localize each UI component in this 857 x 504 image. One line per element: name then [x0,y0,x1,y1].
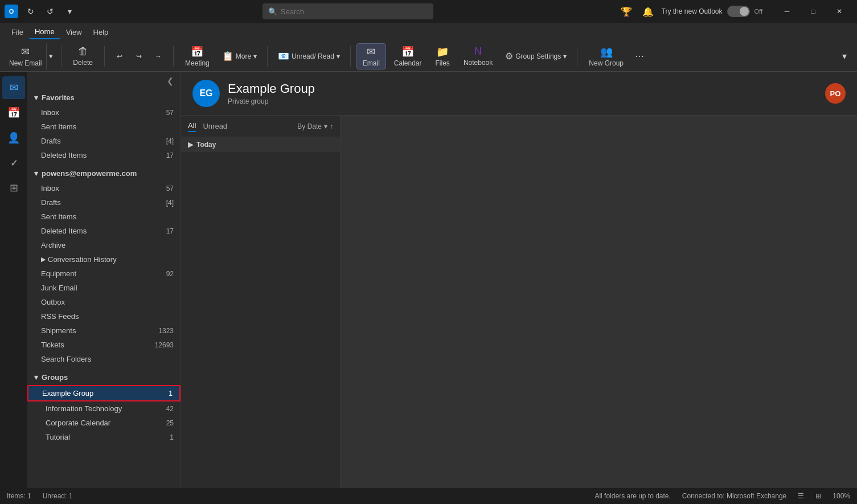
fav-inbox[interactable]: Inbox 57 [27,105,181,120]
group-tutorial[interactable]: Tutorial 1 [27,430,181,444]
notebook-label: Notebook [464,59,493,67]
minimize-button[interactable]: ─ [774,0,800,23]
try-new-outlook: Try the new Outlook Off [662,6,762,17]
groups-label: Groups [42,373,68,382]
nav-tasks[interactable]: ✓ [2,151,25,174]
zoom-level: 100% [833,492,850,500]
acct-conv-history[interactable]: ▶ Conversation History [27,252,181,267]
redo-icon: ↪ [136,52,142,60]
group-corp-cal-name: Corporate Calendar [46,419,164,427]
rewards-icon[interactable]: 🏆 [618,3,634,19]
filter-unread[interactable]: Unread [203,121,227,132]
fav-deleted[interactable]: Deleted Items 17 [27,148,181,162]
view-toggle-2[interactable]: ⊞ [815,492,821,500]
acct-equipment[interactable]: Equipment 92 [27,267,181,281]
group-tutorial-name: Tutorial [46,433,167,441]
collapse-pane-button[interactable]: ❮ [165,75,176,87]
window-controls: ─ □ ✕ [774,0,852,23]
forward-ribbon-btn[interactable]: → [149,43,167,69]
acct-shipments[interactable]: Shipments 1323 [27,323,181,338]
favorites-section[interactable]: ▾ Favorites [27,90,181,105]
menu-help[interactable]: Help [88,26,114,39]
quick-access-button[interactable]: ▾ [61,3,77,19]
unread-icon: 📧 [278,51,289,62]
acct-search-folders[interactable]: Search Folders [27,352,181,366]
group-settings-button[interactable]: ⚙ Group Settings ▾ [501,43,571,69]
new-outlook-toggle[interactable] [727,6,750,17]
ribbon-more-button[interactable]: ⋯ [632,43,647,69]
acct-archive-name: Archive [41,241,171,249]
sort-direction: ↑ [330,122,333,130]
acct-outbox-name: Outbox [41,298,174,306]
nav-people[interactable]: 👤 [2,126,25,149]
undo-ribbon-btn[interactable]: ↩ [110,43,129,69]
notebook-button[interactable]: N Notebook [458,43,498,69]
unread-read-button[interactable]: 📧 Unread/ Read ▾ [273,43,345,69]
group-tutorial-badge: 1 [170,433,174,441]
maximize-button[interactable]: □ [800,0,826,23]
nav-calendar[interactable]: 📅 [2,101,25,124]
filter-all[interactable]: All [188,120,196,132]
view-toggle-1[interactable]: ☰ [798,492,804,500]
fav-sent[interactable]: Sent Items [27,120,181,134]
account-section[interactable]: ▾ powens@empowerme.com [27,166,181,181]
fav-drafts-badge: [4] [166,137,174,145]
menu-file[interactable]: File [6,26,29,39]
groups-section[interactable]: ▾ Groups [27,370,181,385]
undo-button[interactable]: ↺ [42,3,58,19]
close-button[interactable]: ✕ [826,0,852,23]
files-button[interactable]: 📁 Files [430,43,456,69]
search-input[interactable] [281,7,428,16]
redo-ribbon-btn[interactable]: ↪ [130,43,148,69]
account-label: powens@empowerme.com [42,169,137,178]
acct-outbox[interactable]: Outbox [27,295,181,309]
refresh-button[interactable]: ↻ [23,3,39,19]
sync-status: All folders are up to date. [594,492,670,500]
msg-group-today[interactable]: ▶ Today [181,137,340,152]
group-example[interactable]: Example Group 1 [27,385,181,401]
nav-buttons: ↩ ↪ → [110,43,167,69]
sep4 [267,46,268,67]
title-bar-controls: ↻ ↺ ▾ [23,3,77,19]
acct-sent[interactable]: Sent Items [27,210,181,224]
acct-inbox[interactable]: Inbox 57 [27,181,181,195]
acct-conv-history-name: Conversation History [48,255,174,264]
acct-tickets-name: Tickets [41,341,153,349]
acct-archive[interactable]: Archive [27,238,181,252]
new-group-button[interactable]: 👥 New Group [583,43,629,69]
nav-apps[interactable]: ⊞ [2,177,25,199]
email-button[interactable]: ✉ Email [356,43,386,69]
acct-drafts-badge: [4] [166,199,174,207]
group-info: Example Group Private group [228,81,825,105]
acct-tickets[interactable]: Tickets 12693 [27,338,181,352]
fav-inbox-badge: 57 [166,109,174,117]
acct-deleted[interactable]: Deleted Items 17 [27,224,181,238]
items-count: Items: 1 [7,492,31,500]
nav-mail[interactable]: ✉ [2,76,25,99]
favorites-chevron: ▾ [34,93,38,102]
menu-view[interactable]: View [60,26,88,39]
more-button[interactable]: 📋 More ▾ [218,43,261,69]
notification-icon[interactable]: 🔔 [640,3,656,19]
menu-home[interactable]: Home [29,25,60,39]
new-email-dropdown[interactable]: ▾ [46,43,55,69]
acct-junk[interactable]: Junk Email [27,281,181,295]
delete-button[interactable]: 🗑 Delete [67,43,99,69]
new-email-button[interactable]: ✉ New Email [5,43,46,69]
calendar-ribbon-button[interactable]: 📅 Calendar [388,43,428,69]
search-icon: 🔍 [268,7,277,16]
group-it[interactable]: Information Technology 42 [27,401,181,416]
main-layout: ✉ 📅 👤 ✓ ⊞ ❮ ▾ Favorites Inbox 57 Sent It… [0,72,857,488]
sort-button[interactable]: By Date ▾ ↑ [297,122,333,130]
toggle-off-label: Off [755,8,762,15]
acct-rss[interactable]: RSS Feeds [27,309,181,323]
acct-shipments-name: Shipments [41,326,156,335]
today-chevron: ▶ [188,141,193,149]
more-label: More [236,52,251,60]
ribbon-expand-button[interactable]: ▾ [837,43,852,69]
fav-drafts[interactable]: Drafts [4] [27,134,181,148]
acct-drafts[interactable]: Drafts [4] [27,195,181,210]
group-corp-cal[interactable]: Corporate Calendar 25 [27,416,181,430]
unread-chevron: ▾ [337,52,340,60]
meeting-button[interactable]: 📅 Meeting [179,43,215,69]
